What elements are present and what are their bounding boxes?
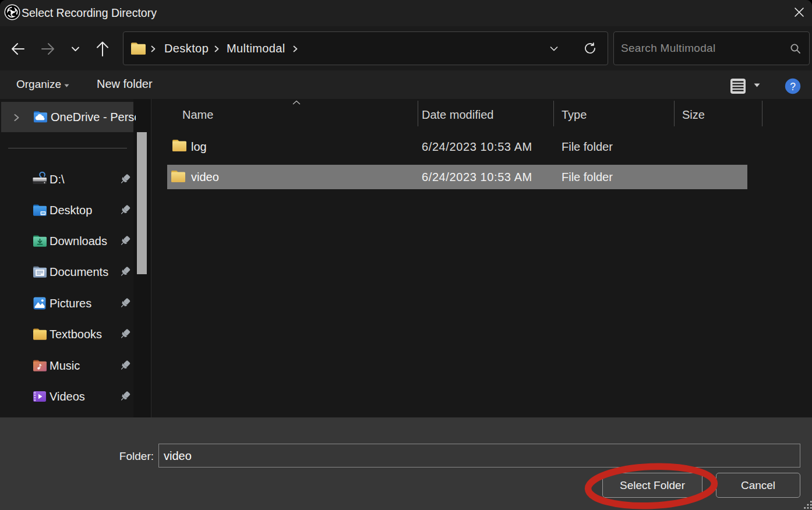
svg-text:?: ? bbox=[790, 81, 796, 93]
